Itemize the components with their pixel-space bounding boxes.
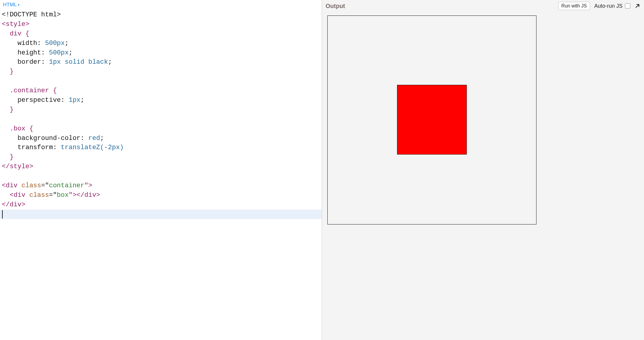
preview-container xyxy=(327,15,536,224)
code-line: .container { xyxy=(2,87,57,94)
language-selector[interactable]: HTML ▾ xyxy=(3,2,20,8)
app-root: HTML ▾ <!DOCTYPE html> <style> div { wid… xyxy=(0,0,644,340)
auto-run-js-label: Auto-run JS xyxy=(594,3,623,9)
code-line: div { xyxy=(2,30,29,38)
code-line: border: 1px solid black; xyxy=(2,58,112,66)
code-line: <div class="container"> xyxy=(2,182,92,189)
code-line: </div> xyxy=(2,201,25,208)
code-line: <!DOCTYPE html> xyxy=(2,11,61,18)
code-line: </style> xyxy=(2,163,33,170)
preview-box xyxy=(397,85,467,155)
code-line: height: 500px; xyxy=(2,49,73,57)
output-title: Output xyxy=(326,3,345,10)
code-line: transform: translateZ(-2px) xyxy=(2,144,124,151)
code-content[interactable]: <!DOCTYPE html> <style> div { width: 500… xyxy=(0,9,322,340)
output-controls: Run with JS Auto-run JS xyxy=(558,2,640,10)
editor-pane: HTML ▾ <!DOCTYPE html> <style> div { wid… xyxy=(0,0,322,340)
chevron-down-icon: ▾ xyxy=(18,3,20,7)
code-line: perspective: 1px; xyxy=(2,96,84,104)
editor-header: HTML ▾ xyxy=(0,0,322,9)
output-pane: Output Run with JS Auto-run JS xyxy=(322,0,644,340)
code-line: } xyxy=(2,153,14,161)
code-line: <div class="box"></div> xyxy=(2,191,100,199)
svg-line-0 xyxy=(636,4,639,7)
code-editor[interactable]: <!DOCTYPE html> <style> div { width: 500… xyxy=(0,9,322,340)
expand-icon[interactable] xyxy=(634,3,640,9)
code-line: } xyxy=(2,68,14,75)
auto-run-js-toggle[interactable]: Auto-run JS xyxy=(594,3,630,9)
code-line: width: 500px; xyxy=(2,40,69,47)
language-label: HTML xyxy=(3,2,17,8)
code-line: <style> xyxy=(2,21,29,28)
code-line: .box { xyxy=(2,125,33,132)
checkbox-icon[interactable] xyxy=(625,3,630,9)
output-header: Output Run with JS Auto-run JS xyxy=(322,0,644,12)
output-body xyxy=(322,12,644,340)
code-line: background-color: red; xyxy=(2,135,104,142)
code-line: } xyxy=(2,106,14,113)
run-with-js-button[interactable]: Run with JS xyxy=(558,2,590,10)
